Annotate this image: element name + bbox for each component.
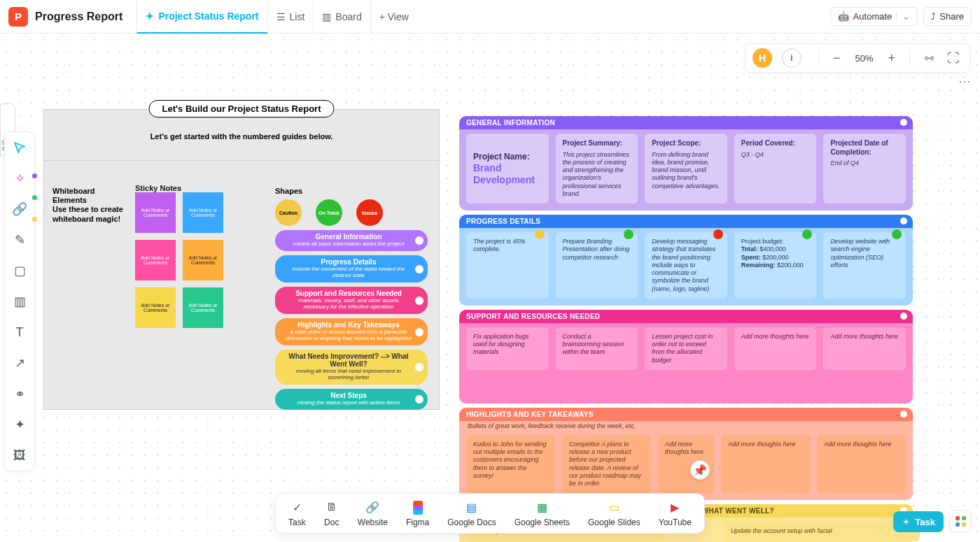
tab-whiteboard[interactable]: ✦ Project Status Report xyxy=(136,0,267,34)
share-button[interactable]: ⤴ Share xyxy=(923,7,972,26)
whiteboard-canvas[interactable]: ⋯ H i − 50% + ⇿ ⛶ g a ect. ✧ 🔗 ✎ ▢ ▥ T ↗… xyxy=(0,34,980,542)
dot-icon xyxy=(900,217,907,224)
text-tool-icon[interactable]: T xyxy=(4,322,35,342)
select-tool-icon[interactable] xyxy=(4,138,35,157)
info-icon[interactable]: i xyxy=(782,48,802,68)
zoom-percent[interactable]: 50% xyxy=(850,53,878,64)
google-docs-icon: ▤ xyxy=(464,499,479,515)
resource-card[interactable]: Conduct a brainstorming session within t… xyxy=(556,327,638,370)
insert-gslides-button[interactable]: ▭Google Slides xyxy=(588,499,640,527)
zoom-out-button[interactable]: − xyxy=(830,51,844,66)
apps-button[interactable] xyxy=(949,510,972,532)
section-bar[interactable]: General Informationmeans all basic infor… xyxy=(275,230,428,251)
section-header: SUPPORT AND RESOURCES NEEDED xyxy=(459,310,913,323)
highlight-card[interactable]: Kudos to John for sending out multiple e… xyxy=(466,435,555,494)
section-bar[interactable]: Progress Detailsinclude the movement of … xyxy=(275,255,428,283)
tab-board[interactable]: ▥ Board xyxy=(313,0,370,34)
topbar: P Progress Report ✦ Project Status Repor… xyxy=(0,0,980,34)
relations-tool-icon[interactable]: ⚭ xyxy=(4,384,35,404)
youtube-icon: ▶ xyxy=(667,499,682,515)
zoom-in-button[interactable]: + xyxy=(885,51,898,66)
issues-shape[interactable]: Issues xyxy=(356,199,383,226)
add-view-button[interactable]: + View xyxy=(370,0,417,34)
sticky-note[interactable]: Add Notes or Comments xyxy=(183,287,223,328)
period-covered-card[interactable]: Period Covered: Q3 - Q4 xyxy=(734,134,817,204)
project-name-card[interactable]: Project Name: Brand Development xyxy=(466,134,549,204)
sticky-tool-icon[interactable]: ▥ xyxy=(4,292,35,311)
insert-gdocs-button[interactable]: ▤Google Docs xyxy=(447,499,496,527)
progress-card[interactable]: Develop website with search engine optim… xyxy=(823,232,906,299)
wentwell-card[interactable]: Update the account setup with facial xyxy=(724,522,920,541)
magic-tool-icon[interactable]: ✦ xyxy=(4,415,35,434)
section-header: PROGRESS DETAILS xyxy=(459,215,913,228)
resource-card[interactable]: Lessen project cost in order not to exce… xyxy=(645,327,727,370)
insert-website-button[interactable]: 🔗Website xyxy=(358,499,388,527)
guide-title: Let's Build our Project Status Report xyxy=(148,100,334,117)
guide-panel[interactable]: Let's Build our Project Status Report Le… xyxy=(43,109,440,410)
connector-tool-icon[interactable]: ↗ xyxy=(4,353,35,373)
project-scope-card[interactable]: Project Scope: From defining brand idea,… xyxy=(645,134,727,204)
divider xyxy=(44,160,439,161)
space-icon[interactable]: P xyxy=(8,7,28,27)
section-general-information[interactable]: GENERAL INFORMATION Project Name: Brand … xyxy=(459,116,913,211)
pin-icon[interactable]: 📌 xyxy=(690,460,710,480)
section-highlights[interactable]: HIGHLIGHTS AND KEY TAKEAWAYS Bullets of … xyxy=(459,408,913,501)
tab-label: Project Status Report xyxy=(158,10,258,22)
ontrack-shape[interactable]: On Track xyxy=(316,199,342,226)
automate-button[interactable]: 🤖 Automate ⌄ xyxy=(830,7,918,26)
section-bar[interactable]: What Needs Improvement? --> What Went We… xyxy=(275,350,428,385)
highlight-card[interactable]: Add more thoughts here xyxy=(817,435,906,494)
section-bar[interactable]: Support and Resources Neededmaterials, m… xyxy=(275,287,428,314)
robot-icon: 🤖 xyxy=(838,11,849,22)
insert-task-button[interactable]: ✓Task xyxy=(288,499,306,527)
resource-card[interactable]: Add more thoughts here xyxy=(823,327,906,370)
insert-doc-button[interactable]: 🗎Doc xyxy=(324,499,340,527)
section-bar[interactable]: Highlights and Key Takeawaysa main point… xyxy=(275,318,428,345)
shape-tool-icon[interactable]: ▢ xyxy=(4,261,35,280)
new-task-button[interactable]: ＋ Task xyxy=(893,511,944,532)
chevron-down-icon[interactable]: ⌄ xyxy=(896,11,910,22)
highlight-card[interactable]: Competitor A plans to release a new prod… xyxy=(562,435,651,494)
sticky-grid: Add Notes or Comments Add Notes or Comme… xyxy=(135,192,223,328)
canvas-more-icon[interactable]: ⋯ xyxy=(956,73,973,90)
link-tool-icon[interactable]: 🔗 xyxy=(4,199,35,219)
ai-tool-icon[interactable]: ✧ xyxy=(4,169,35,188)
budget-card[interactable]: Project budget: Total: $400,000 Spent: $… xyxy=(734,232,817,299)
progress-card[interactable]: Develop messaging strategy that translat… xyxy=(645,232,727,299)
sticky-note[interactable]: Add Notes or Comments xyxy=(135,287,176,328)
progress-card[interactable]: The project is 45% complete. xyxy=(466,232,549,299)
list-icon: ☰ xyxy=(276,11,286,22)
fullscreen-icon[interactable]: ⛶ xyxy=(944,51,962,66)
user-avatar[interactable]: H xyxy=(752,48,772,68)
project-summary-card[interactable]: Project Summary: This project streamline… xyxy=(556,134,638,204)
dot-icon xyxy=(415,236,424,245)
page-title[interactable]: Progress Report xyxy=(35,10,122,23)
caution-shape[interactable]: Caution xyxy=(275,199,302,226)
section-progress-details[interactable]: PROGRESS DETAILS The project is 45% comp… xyxy=(459,215,913,306)
highlight-card[interactable]: Add more thoughts here xyxy=(721,435,810,494)
section-bar[interactable]: Next Stepsclosing the status report with… xyxy=(275,389,428,410)
whiteboard-elements-label: Whiteboard Elements Use these to create … xyxy=(52,187,130,224)
status-dot-ontrack xyxy=(624,229,634,239)
image-tool-icon[interactable]: 🖼 xyxy=(4,445,35,465)
insert-gsheets-button[interactable]: ▦Google Sheets xyxy=(514,499,570,527)
section-support-resources[interactable]: SUPPORT AND RESOURCES NEEDED Fix applica… xyxy=(459,310,913,404)
progress-card[interactable]: Prepare Branding Presentation after doin… xyxy=(556,232,638,299)
fit-width-icon[interactable]: ⇿ xyxy=(921,50,937,66)
sticky-note[interactable]: Add Notes or Comments xyxy=(135,192,176,233)
tab-list[interactable]: ☰ List xyxy=(267,0,314,34)
dot-icon xyxy=(415,363,424,371)
section-header: GENERAL INFORMATION xyxy=(459,116,913,129)
sticky-note[interactable]: Add Notes or Comments xyxy=(135,240,176,280)
resource-card[interactable]: Fix application bugs used for designing … xyxy=(466,327,549,370)
projected-date-card[interactable]: Projected Date of Completion: End of Q4 xyxy=(823,134,906,204)
sticky-note[interactable]: Add Notes or Comments xyxy=(183,240,223,280)
resource-card[interactable]: Add more thoughts here xyxy=(734,327,817,370)
pen-tool-icon[interactable]: ✎ xyxy=(4,230,35,250)
insert-figma-button[interactable]: Figma xyxy=(406,501,429,527)
google-sheets-icon: ▦ xyxy=(534,499,550,515)
figma-icon xyxy=(413,501,423,515)
view-tabs: ✦ Project Status Report ☰ List ▥ Board +… xyxy=(136,0,416,34)
insert-youtube-button[interactable]: ▶YouTube xyxy=(659,499,692,527)
sticky-note[interactable]: Add Notes or Comments xyxy=(183,192,223,233)
